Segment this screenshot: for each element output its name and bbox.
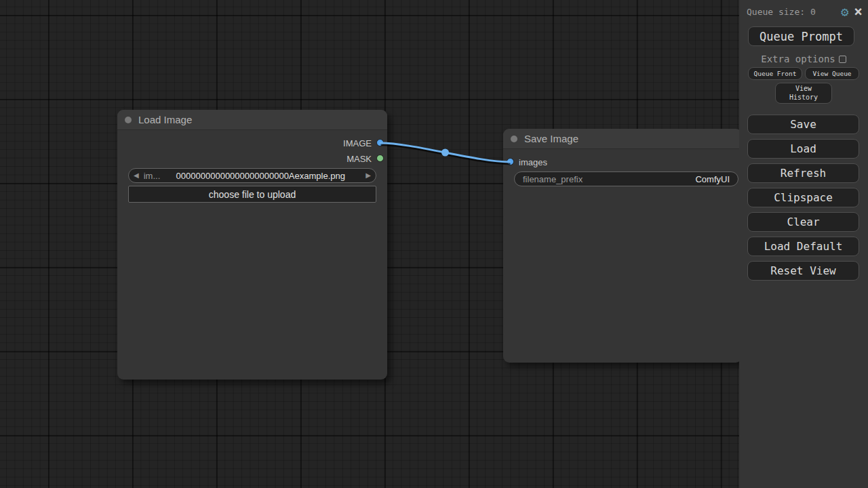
collapse-dot[interactable]: [511, 136, 517, 142]
extra-options-row: Extra options: [739, 54, 868, 64]
filename-prefix-widget[interactable]: filename_prefix ComfyUI: [514, 171, 738, 186]
clear-button[interactable]: Clear: [747, 212, 859, 232]
output-slot-mask[interactable]: [376, 155, 384, 162]
queue-prompt-button[interactable]: Queue Prompt: [748, 26, 854, 46]
load-default-button[interactable]: Load Default: [747, 237, 859, 256]
output-label-mask: MASK: [347, 154, 372, 164]
extra-options-label: Extra options: [761, 54, 835, 64]
node-save-image-titlebar[interactable]: Save Image: [503, 129, 742, 149]
queue-size-label: Queue size: 0: [747, 7, 816, 17]
output-label-image: IMAGE: [343, 138, 372, 148]
load-button[interactable]: Load: [747, 139, 859, 159]
combo-label: im...: [144, 171, 161, 181]
widget-value: ComfyUI: [583, 174, 738, 184]
combo-prev-icon[interactable]: ◀: [129, 172, 144, 179]
save-button[interactable]: Save: [747, 115, 859, 134]
choose-file-button[interactable]: choose file to upload: [128, 186, 376, 203]
queue-front-button[interactable]: Queue Front: [748, 67, 802, 80]
settings-gear-icon[interactable]: ⚙: [841, 5, 848, 18]
extra-options-checkbox[interactable]: [839, 56, 846, 63]
input-label-images: images: [519, 157, 547, 167]
collapse-dot[interactable]: [125, 117, 132, 123]
comfy-menu: Queue size: 0 ⚙ × Queue Prompt Extra opt…: [739, 0, 868, 488]
clipspace-button[interactable]: Clipspace: [747, 188, 859, 207]
output-slot-image[interactable]: [376, 139, 384, 146]
node-title: Load Image: [138, 114, 192, 125]
image-combo-widget[interactable]: ◀ im... 00000000000000000000000Aexample.…: [128, 168, 376, 183]
node-save-image[interactable]: Save Image images filename_prefix ComfyU…: [503, 129, 742, 363]
combo-value: 00000000000000000000000Aexample.png: [160, 171, 361, 181]
input-slot-images[interactable]: [507, 158, 514, 165]
widget-label: filename_prefix: [515, 174, 583, 184]
combo-next-icon[interactable]: ▶: [361, 172, 376, 179]
view-history-button[interactable]: View History: [775, 83, 832, 104]
refresh-button[interactable]: Refresh: [747, 163, 859, 183]
node-load-image-titlebar[interactable]: Load Image: [117, 110, 387, 130]
close-icon[interactable]: ×: [854, 6, 863, 18]
node-title: Save Image: [524, 133, 578, 144]
view-queue-button[interactable]: View Queue: [805, 67, 859, 80]
reset-view-button[interactable]: Reset View: [747, 261, 859, 281]
node-load-image[interactable]: Load Image IMAGE MASK ◀ im... 0000000000…: [117, 110, 387, 380]
